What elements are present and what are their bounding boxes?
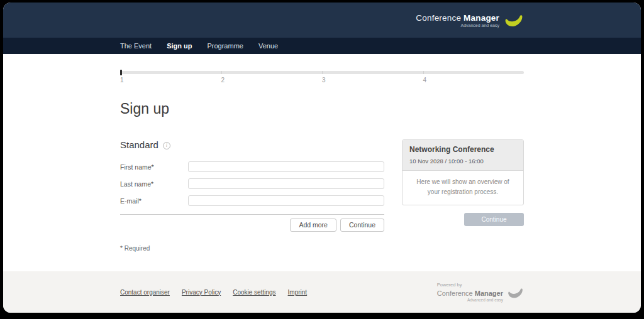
registration-form: Standard i First name* Last name*: [120, 139, 384, 252]
footer-banana-logo-icon: [507, 286, 524, 302]
registration-progress-bar: 1 2 3 4: [120, 71, 524, 85]
progress-step-1: 1: [120, 77, 124, 84]
first-name-input[interactable]: [188, 161, 384, 172]
email-input[interactable]: [188, 195, 384, 206]
progress-track: [120, 71, 524, 74]
progress-step-3: 3: [322, 77, 326, 84]
overview-text: Here we will show an overview of your re…: [402, 171, 523, 205]
progress-tick-3: [322, 71, 323, 74]
ticket-section-title: Standard i: [120, 139, 384, 150]
footer: Contact organiser Privacy Policy Cookie …: [3, 271, 641, 313]
field-row-last-name: Last name*: [120, 178, 384, 189]
progress-tick-4: [423, 71, 424, 74]
nav-item-programme[interactable]: Programme: [207, 42, 243, 50]
form-divider: [120, 214, 384, 215]
info-icon[interactable]: i: [163, 142, 170, 149]
footer-link-imprint[interactable]: Imprint: [288, 289, 308, 296]
footer-brand-logo: Powered by Conference Manager Advanced a…: [437, 282, 524, 302]
brand-tagline: Advanced and easy: [461, 23, 500, 28]
first-name-label: First name*: [120, 163, 188, 171]
registration-overview-panel: Networking Conference 10 Nov 2028 / 10:0…: [402, 139, 524, 252]
progress-step-2: 2: [221, 77, 225, 84]
field-row-email: E-mail*: [120, 195, 384, 206]
event-card-header: Networking Conference 10 Nov 2028 / 10:0…: [402, 140, 523, 171]
field-row-first-name: First name*: [120, 161, 384, 172]
nav-item-the-event[interactable]: The Event: [120, 42, 152, 50]
brand-logo: Conference Manager Advanced and easy: [416, 9, 524, 31]
header: Conference Manager Advanced and easy: [3, 3, 641, 38]
footer-link-privacy-policy[interactable]: Privacy Policy: [182, 289, 221, 296]
event-datetime: 10 Nov 2028 / 10:00 - 16:00: [409, 158, 516, 165]
event-title: Networking Conference: [409, 145, 516, 154]
powered-by-label: Powered by: [437, 282, 503, 288]
add-more-button[interactable]: Add more: [290, 219, 336, 232]
progress-tick-2: [221, 71, 222, 74]
footer-brand-name: Conference Manager: [437, 289, 503, 297]
footer-brand-tagline: Advanced and easy: [437, 298, 503, 302]
required-note: * Required: [120, 245, 384, 252]
event-card: Networking Conference 10 Nov 2028 / 10:0…: [402, 139, 524, 205]
last-name-label: Last name*: [120, 180, 188, 188]
continue-button[interactable]: Continue: [340, 219, 384, 232]
last-name-input[interactable]: [188, 178, 384, 189]
banana-logo-icon: [504, 12, 524, 31]
footer-link-cookie-settings[interactable]: Cookie settings: [233, 289, 275, 296]
main-nav: The Event Sign up Programme Venue: [3, 38, 641, 54]
sidebar-continue-button[interactable]: Continue: [464, 213, 524, 226]
email-label: E-mail*: [120, 197, 188, 205]
progress-current-step-marker: [120, 70, 122, 75]
progress-step-4: 4: [423, 77, 427, 84]
page-title: Sign up: [120, 100, 524, 117]
main-content: 1 2 3 4 Sign up Standard i First nam: [3, 54, 641, 271]
page: Conference Manager Advanced and easy The…: [3, 3, 641, 313]
nav-item-venue[interactable]: Venue: [258, 42, 278, 50]
brand-name: Conference Manager: [416, 13, 499, 23]
footer-link-contact-organiser[interactable]: Contact organiser: [120, 289, 170, 296]
nav-item-sign-up[interactable]: Sign up: [167, 42, 192, 50]
